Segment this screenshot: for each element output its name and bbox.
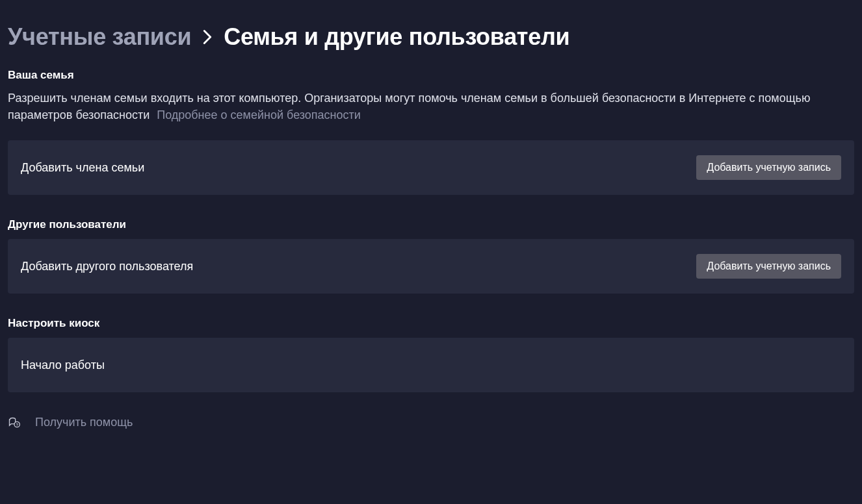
section-desc-family: Разрешить членам семьи входить на этот к… [8, 90, 854, 123]
card-label-kiosk: Начало работы [21, 359, 105, 372]
card-kiosk-start[interactable]: Начало работы [8, 338, 854, 392]
card-add-family-member[interactable]: Добавить члена семьи Добавить учетную за… [8, 140, 854, 195]
chevron-right-icon [203, 30, 212, 44]
get-help-link[interactable]: Получить помощь [35, 416, 133, 429]
breadcrumb-parent[interactable]: Учетные записи [8, 23, 191, 51]
page-title: Семья и другие пользователи [224, 23, 569, 51]
section-other-users: Другие пользователи Добавить другого пол… [8, 218, 854, 294]
add-family-account-button[interactable]: Добавить учетную запись [696, 155, 841, 180]
section-heading-family: Ваша семья [8, 69, 854, 82]
section-heading-other: Другие пользователи [8, 218, 854, 231]
svg-text:?: ? [16, 423, 18, 427]
family-description-text: Разрешить членам семьи входить на этот к… [8, 92, 810, 121]
family-safety-link[interactable]: Подробнее о семейной безопасности [157, 108, 361, 121]
get-help-row[interactable]: ? Получить помощь [8, 416, 854, 429]
add-other-account-button[interactable]: Добавить учетную запись [696, 254, 841, 279]
card-add-other-user[interactable]: Добавить другого пользователя Добавить у… [8, 239, 854, 294]
card-label-add-other: Добавить другого пользователя [21, 260, 193, 273]
breadcrumb: Учетные записи Семья и другие пользовате… [8, 0, 854, 69]
section-heading-kiosk: Настроить киоск [8, 317, 854, 330]
section-kiosk: Настроить киоск Начало работы [8, 317, 854, 392]
card-label-add-family: Добавить члена семьи [21, 161, 144, 175]
help-icon: ? [8, 416, 21, 429]
section-family: Ваша семья Разрешить членам семьи входит… [8, 69, 854, 195]
